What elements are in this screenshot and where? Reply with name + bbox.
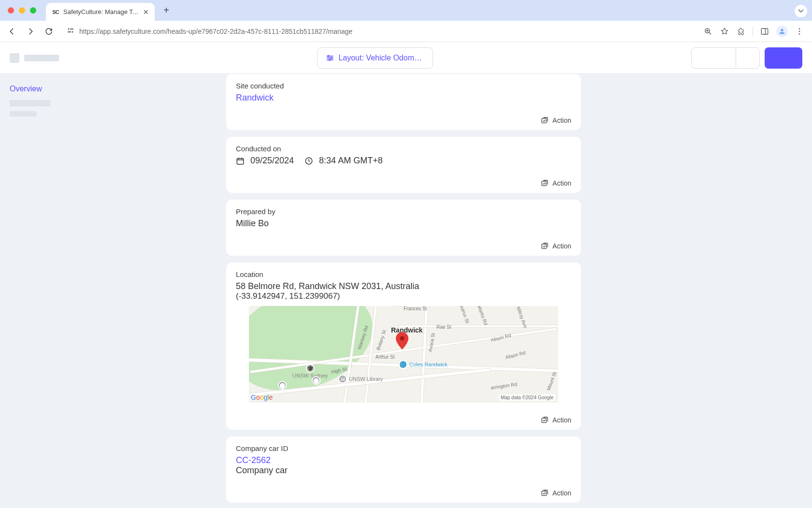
map-road-label: arrington Rd xyxy=(491,381,518,391)
header-primary-button[interactable] xyxy=(765,47,802,69)
map-attribution: Map data ©2024 Google xyxy=(499,394,555,401)
window-minimize[interactable] xyxy=(19,7,25,14)
action-icon xyxy=(541,489,549,497)
map-poi-coles: 🛒 Coles Randwick xyxy=(399,360,448,369)
location-coords: (-33.9142947, 151.2399067) xyxy=(236,291,571,301)
field-label: Company car ID xyxy=(236,444,571,452)
map-road-label: Mount St xyxy=(546,371,557,391)
svg-rect-20 xyxy=(542,118,546,123)
map-poi-generic: ⬤ xyxy=(312,376,320,385)
svg-rect-21 xyxy=(237,158,244,164)
map-road-label: Alison Rd xyxy=(505,350,526,360)
forward-button[interactable] xyxy=(23,24,38,39)
url-text: https://app.safetyculture.com/heads-up/e… xyxy=(79,28,352,35)
action-icon xyxy=(541,116,549,124)
card-prepared-by: Prepared by Millie Bo Action xyxy=(226,200,581,256)
prepared-by-value: Millie Bo xyxy=(236,218,571,229)
location-map[interactable]: Frances St Rae St Dutruc St St Marks Rd … xyxy=(249,306,558,403)
sidebar-item-overview[interactable]: Overview xyxy=(10,83,169,95)
action-button[interactable]: Action xyxy=(541,116,571,124)
svg-point-28 xyxy=(400,336,405,341)
header-secondary-button-1[interactable] xyxy=(692,48,736,68)
map-road-label: Arthur St xyxy=(376,354,394,360)
action-icon xyxy=(541,242,549,250)
field-label: Conducted on xyxy=(236,145,571,153)
card-location: Location 58 Belmore Rd, Randwick NSW 203… xyxy=(226,262,581,430)
field-label: Site conducted xyxy=(236,82,571,90)
window-close[interactable] xyxy=(8,7,14,14)
action-button[interactable]: Action xyxy=(541,416,571,424)
map-poi-unsw-library: 🏛 UNSW Library xyxy=(338,375,383,383)
poi-label: Coles Randwick xyxy=(409,362,448,367)
tab-favicon: SC xyxy=(52,8,59,16)
kebab-menu-icon[interactable] xyxy=(795,27,804,36)
action-label: Action xyxy=(552,116,571,124)
main-scroll[interactable]: Site conducted Randwick Action Conducted… xyxy=(179,74,812,508)
action-label: Action xyxy=(552,179,571,187)
header-button-group xyxy=(691,47,760,69)
svg-rect-26 xyxy=(542,181,546,186)
back-button[interactable] xyxy=(5,24,19,39)
poi-label: UNSW Sydney xyxy=(292,373,328,378)
conducted-datetime: 09/25/2024 8:34 AM GMT+8 xyxy=(236,156,571,166)
svg-point-17 xyxy=(328,55,329,57)
svg-rect-29 xyxy=(542,418,546,422)
tab-title: SafetyCulture: Manage Teams and... xyxy=(63,8,139,15)
layout-selector-button[interactable]: Layout: Vehicle Odomet... xyxy=(317,47,433,69)
browser-toolbar: https://app.safetyculture.com/heads-up/e… xyxy=(0,21,812,42)
new-tab-button[interactable]: + xyxy=(160,4,173,17)
action-button[interactable]: Action xyxy=(541,179,571,187)
header-secondary-button-2[interactable] xyxy=(736,48,759,68)
card-site-conducted: Site conducted Randwick Action xyxy=(226,74,581,130)
svg-point-19 xyxy=(329,59,330,60)
action-button[interactable]: Action xyxy=(541,489,571,497)
header-center: Layout: Vehicle Odomet... xyxy=(65,47,685,69)
svg-rect-3 xyxy=(68,31,71,32)
browser-tab[interactable]: SC SafetyCulture: Manage Teams and... ✕ xyxy=(46,3,155,21)
svg-rect-30 xyxy=(542,491,546,495)
map-road-label: Avoca St xyxy=(427,333,436,352)
svg-point-2 xyxy=(72,31,73,33)
location-address: 58 Belmore Rd, Randwick NSW 2031, Austra… xyxy=(236,281,571,291)
action-button[interactable]: Action xyxy=(541,242,571,250)
map-road xyxy=(399,325,558,327)
map-road-label: Rae St xyxy=(436,324,451,330)
building-icon: ⬤ xyxy=(312,376,320,385)
sliders-icon xyxy=(326,55,334,61)
map-road-label: Alison Rd xyxy=(490,333,511,343)
extensions-icon[interactable] xyxy=(736,27,746,36)
tab-close-icon[interactable]: ✕ xyxy=(143,8,149,16)
poi-label: UNSW Library xyxy=(349,376,383,382)
side-panel-icon[interactable] xyxy=(760,27,769,36)
reload-button[interactable] xyxy=(42,24,56,39)
svg-rect-27 xyxy=(542,244,546,248)
svg-line-5 xyxy=(709,32,711,34)
map-pin-icon xyxy=(396,332,408,349)
svg-point-10 xyxy=(781,29,783,31)
zoom-icon[interactable] xyxy=(703,27,713,36)
window-controls xyxy=(8,7,36,14)
svg-rect-1 xyxy=(70,29,73,29)
toolbar-right xyxy=(703,26,804,37)
site-settings-icon[interactable] xyxy=(67,27,74,36)
building-icon: 🏛 xyxy=(338,375,347,383)
window-maximize[interactable] xyxy=(30,7,36,14)
company-car-id[interactable]: CC-2562 xyxy=(236,455,571,465)
map-poi-unsw: 🎓 UNSW Sydney xyxy=(292,364,328,378)
bookmark-icon[interactable] xyxy=(720,27,729,36)
tabs-dropdown-icon[interactable] xyxy=(795,5,807,17)
map-poi-generic: ⬤ xyxy=(278,381,287,390)
google-logo: Google xyxy=(251,393,273,401)
field-label: Location xyxy=(236,270,571,278)
action-label: Action xyxy=(552,489,571,497)
address-bar[interactable]: https://app.safetyculture.com/heads-up/e… xyxy=(60,24,699,39)
action-icon xyxy=(541,179,549,187)
profile-avatar-icon[interactable] xyxy=(776,26,788,37)
action-icon xyxy=(541,416,549,424)
map-road-label: St Marks Rd xyxy=(475,306,489,326)
map-road-label: Dutruc St xyxy=(459,306,471,324)
site-conducted-value[interactable]: Randwick xyxy=(236,93,571,103)
action-label: Action xyxy=(552,242,571,250)
clock-icon xyxy=(304,157,313,165)
app-root: Layout: Vehicle Odomet... Overview Site … xyxy=(0,42,812,508)
